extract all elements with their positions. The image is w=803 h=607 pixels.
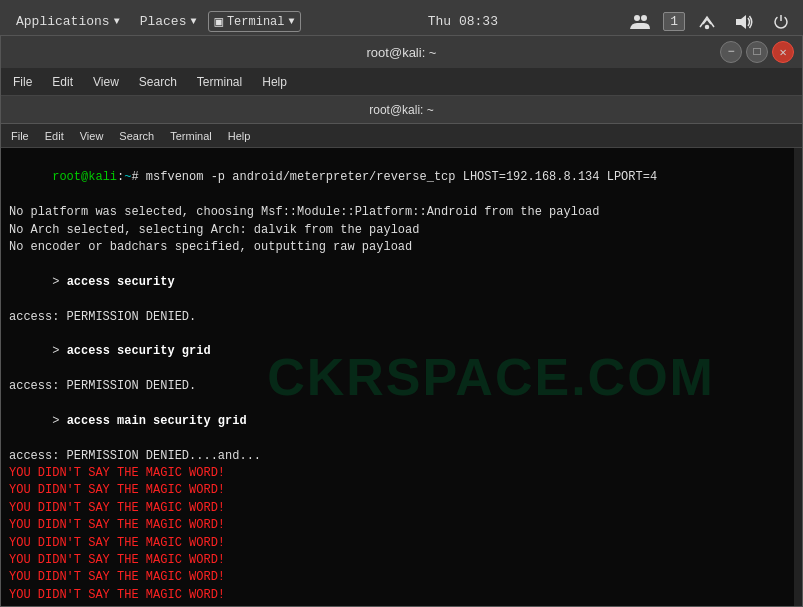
menu-bar: File Edit View Search Terminal Help [1,68,802,96]
applications-menu[interactable]: Applications ▼ [8,10,128,33]
svg-point-0 [634,15,640,21]
term-line-3: No Arch selected, selecting Arch: dalvik… [9,222,794,239]
term-line-16: YOU DIDN'T SAY THE MAGIC WORD! [9,552,794,569]
term-line-1: root@kali:~# msfvenom -p android/meterpr… [9,152,794,204]
applications-label: Applications [16,14,110,29]
applications-arrow-icon: ▼ [114,16,120,27]
terminal-window: root@kali: ~ − □ ✕ File Edit View Search… [0,35,803,607]
inner-menu-help[interactable]: Help [222,129,257,143]
term-line-6: access: PERMISSION DENIED. [9,309,794,326]
terminal-arrow-icon: ▼ [289,16,295,27]
title-bar: root@kali: ~ − □ ✕ [1,36,802,68]
term-line-11: YOU DIDN'T SAY THE MAGIC WORD! [9,465,794,482]
term-line-18: YOU DIDN'T SAY THE MAGIC WORD! [9,587,794,604]
terminal-icon: ▣ [214,13,222,30]
scrollbar[interactable] [794,148,802,606]
inner-window-title: root@kali: ~ [369,103,434,117]
volume-icon[interactable] [729,11,759,33]
workspace-badge[interactable]: 1 [663,12,685,31]
term-line-2: No platform was selected, choosing Msf::… [9,204,794,221]
maximize-button[interactable]: □ [746,41,768,63]
inner-menu-search[interactable]: Search [113,129,160,143]
term-line-19 [9,604,794,606]
menu-terminal[interactable]: Terminal [189,73,250,91]
term-line-13: YOU DIDN'T SAY THE MAGIC WORD! [9,500,794,517]
term-line-10: access: PERMISSION DENIED....and... [9,448,794,465]
term-line-15: YOU DIDN'T SAY THE MAGIC WORD! [9,535,794,552]
system-time: Thu 08:33 [305,14,622,29]
terminal-menu[interactable]: ▣ Terminal ▼ [208,11,300,32]
term-line-4: No encoder or badchars specified, output… [9,239,794,256]
window-title: root@kali: ~ [367,45,437,60]
network-icon[interactable] [693,11,721,33]
term-line-9: > access main security grid [9,395,794,447]
minimize-button[interactable]: − [720,41,742,63]
menu-edit[interactable]: Edit [44,73,81,91]
term-line-5: > access security [9,256,794,308]
inner-menu-edit[interactable]: Edit [39,129,70,143]
places-label: Places [140,14,187,29]
svg-point-1 [641,15,647,21]
close-button[interactable]: ✕ [772,41,794,63]
terminal-content[interactable]: CKRSPACE.COM root@kali:~# msfvenom -p an… [1,148,802,606]
inner-title-bar: root@kali: ~ [1,96,802,124]
inner-menu-terminal[interactable]: Terminal [164,129,218,143]
window-controls: − □ ✕ [720,41,794,63]
term-line-7: > access security grid [9,326,794,378]
menu-file[interactable]: File [5,73,40,91]
inner-menu-bar: File Edit View Search Terminal Help [1,124,802,148]
inner-menu-view[interactable]: View [74,129,110,143]
power-icon[interactable] [767,11,795,33]
term-line-17: YOU DIDN'T SAY THE MAGIC WORD! [9,569,794,586]
system-icons: 1 [625,11,795,33]
term-line-8: access: PERMISSION DENIED. [9,378,794,395]
menu-view[interactable]: View [85,73,127,91]
svg-marker-3 [736,15,746,29]
term-line-12: YOU DIDN'T SAY THE MAGIC WORD! [9,482,794,499]
menu-help[interactable]: Help [254,73,295,91]
inner-menu-file[interactable]: File [5,129,35,143]
terminal-label: Terminal [227,15,285,29]
menu-search[interactable]: Search [131,73,185,91]
svg-point-2 [706,25,709,28]
places-arrow-icon: ▼ [190,16,196,27]
term-line-14: YOU DIDN'T SAY THE MAGIC WORD! [9,517,794,534]
people-icon[interactable] [625,11,655,33]
places-menu[interactable]: Places ▼ [132,10,205,33]
